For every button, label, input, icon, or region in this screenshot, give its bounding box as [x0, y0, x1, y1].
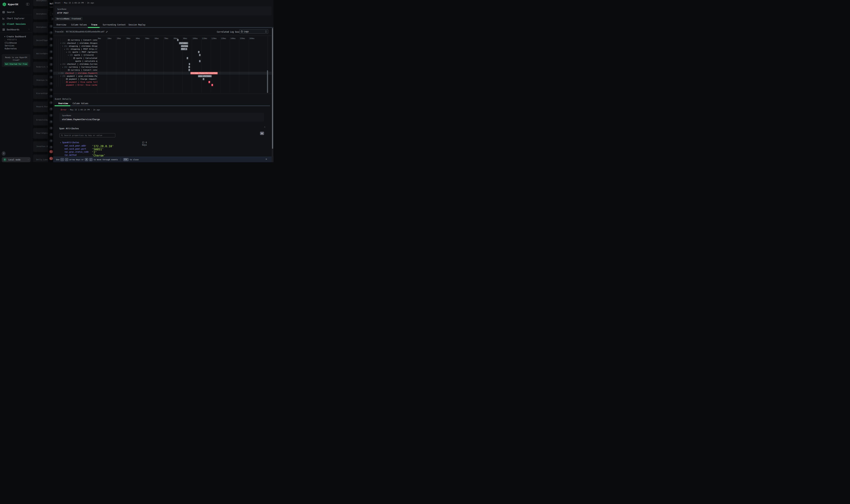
- waterfall-row[interactable]: ∨(1)currency | Currency/ConvertC: [53, 66, 274, 69]
- waterfall-row[interactable]: ∨(2)quote | {closure}{: [53, 54, 274, 56]
- span-bar[interactable]: c: [199, 60, 201, 62]
- span-bar-error[interactable]: oteldemo.PaymentService/Char: [191, 72, 218, 74]
- span-bar[interactable]: C: [188, 69, 190, 71]
- span-tree-label[interactable]: ∨(1)checkout | oteldemo.ShippingSe…: [53, 42, 97, 44]
- tab-column-values[interactable]: Column Values: [71, 23, 87, 26]
- waterfall-row[interactable]: ∨(1)checkout | oteldemo.ShippingSe…oteld…: [53, 42, 274, 44]
- waterfall-row[interactable]: ∨(1)shipping | POST http://quo…POST h: [53, 48, 274, 51]
- chevron-down-icon[interactable]: ∨: [60, 42, 61, 44]
- terminal-event-badge[interactable]: [49, 157, 53, 160]
- tab-surrounding-context[interactable]: Surrounding Context: [103, 23, 126, 26]
- waterfall-row[interactable]: ∨(3)payment | grpc.oteldemo.Paymen…grpc.…: [53, 75, 274, 78]
- span-tree-label[interactable]: currency | Convert convers…: [53, 69, 97, 72]
- span-tree-label[interactable]: ∨(2)quote | {closure}: [53, 54, 97, 56]
- log-source-select[interactable]: Logs: [239, 29, 268, 34]
- location-pin-badge[interactable]: [49, 146, 53, 149]
- waterfall-row[interactable]: ∨(1)checkout | oteldemo.CurrencySe…o: [53, 62, 274, 66]
- span-bar[interactable]: C: [186, 57, 188, 59]
- span-bar[interactable]: grpc.oteldemo.: [198, 75, 212, 77]
- help-button[interactable]: ?: [2, 151, 5, 156]
- chevron-down-icon[interactable]: ∨: [66, 51, 67, 53]
- span-bar[interactable]: P: [198, 51, 199, 53]
- service-chip[interactable]: ServiceName: frontend: [55, 17, 83, 21]
- create-dashboard-button[interactable]: + Create Dashboard: [4, 35, 26, 38]
- tab-session-replay[interactable]: Session Replay: [128, 23, 145, 26]
- presets-header[interactable]: ⌄ PRESETS: [4, 39, 17, 41]
- attribute-value[interactable]: "172.28.0.10": [92, 145, 114, 148]
- span-bar[interactable]: oteldemo.: [179, 42, 188, 44]
- edit-pencil-icon[interactable]: [106, 31, 108, 33]
- sidebar-preset-item[interactable]: Services: [5, 44, 14, 47]
- span-bar-error[interactable]: E: [211, 84, 213, 86]
- sidebar-preset-item[interactable]: Kubernetes: [5, 48, 17, 50]
- location-pin-badge[interactable]: [49, 69, 53, 73]
- span-tree-label[interactable]: ∨(1)shipping | oteldemo.Shipping…: [53, 44, 97, 48]
- sidebar-item-client-sessions[interactable]: Client Sessions: [0, 22, 32, 26]
- tab-trace[interactable]: Trace: [91, 23, 97, 26]
- chevron-down-icon[interactable]: ∨: [62, 45, 63, 47]
- gear-icon[interactable]: ⚙: [260, 132, 264, 135]
- span-tree-label[interactable]: ∨(1)checkout | oteldemo.PaymentServi…: [53, 72, 97, 75]
- location-pin-badge[interactable]: [49, 44, 53, 47]
- session-filter-button[interactable]: H: [51, 17, 53, 20]
- span-bar[interactable]: C: [203, 78, 204, 80]
- chevron-down-icon[interactable]: ∨: [62, 66, 63, 68]
- span-bar[interactable]: C: [177, 39, 179, 41]
- event-tab-column-values[interactable]: Column Values: [73, 102, 88, 105]
- chevron-down-icon[interactable]: ∨: [59, 72, 59, 74]
- sidebar-item-dashboards[interactable]: Dashboards ⌃: [0, 28, 32, 32]
- waterfall-row[interactable]: payment | Error: Visa cache ful…E: [53, 84, 274, 87]
- waterfall-row[interactable]: payment | Visa cache full: c…V: [53, 80, 274, 84]
- span-bar[interactable]: C: [188, 66, 190, 68]
- waterfall-row[interactable]: quote | calculate-quotec: [53, 60, 274, 62]
- location-pin-badge[interactable]: [49, 95, 53, 98]
- attribute-value[interactable]: "2": [92, 151, 97, 154]
- logo[interactable]: ⚡ HyperDX: [2, 2, 18, 6]
- waterfall-row[interactable]: ∨(1)shipping | oteldemo.Shipping…oteldem: [53, 44, 274, 48]
- span-tree-label[interactable]: payment | Visa cache full: c…: [53, 80, 97, 84]
- waterfall-row[interactable]: quote | Calculated q…C: [53, 57, 274, 60]
- location-pin-badge[interactable]: [49, 133, 53, 136]
- attributes-search-input[interactable]: Search properties by key or value: [59, 133, 115, 138]
- span-bar[interactable]: {: [199, 54, 201, 56]
- location-pin-badge[interactable]: [49, 107, 53, 111]
- attribute-key[interactable]: net.sock.peer.port: [65, 148, 86, 150]
- span-tree-label[interactable]: ∨(3)payment | grpc.oteldemo.Paymen…: [53, 75, 97, 78]
- attribute-key[interactable]: rpc.method: [65, 154, 76, 156]
- span-bar[interactable]: o: [189, 63, 190, 65]
- attribute-key[interactable]: rpc.grpc.status_code: [65, 151, 89, 153]
- swap-event-badge[interactable]: [49, 150, 53, 153]
- sidebar-item-chart-explorer[interactable]: Chart Explorer: [0, 16, 32, 21]
- span-tree-label[interactable]: payment | Error: Visa cache ful…: [53, 84, 97, 87]
- trace-waterfall[interactable]: 0ms10ms20ms30ms40ms50ms60ms70ms80ms90ms1…: [53, 36, 274, 93]
- span-tree-label[interactable]: ∨(1)quote | POST /getquote: [53, 51, 97, 54]
- attribute-key[interactable]: net.sock.peer.addr: [65, 145, 86, 147]
- span-bar-error[interactable]: V: [209, 81, 210, 83]
- location-pin-badge[interactable]: [49, 31, 53, 34]
- local-mode-menu[interactable]: U Local mode ›: [2, 157, 31, 162]
- attributes-root-row[interactable]: ▾ SpanAttributes {} 6 keys: [60, 141, 79, 144]
- waterfall-row[interactable]: ∨(1)quote | POST /getquoteP: [53, 51, 274, 54]
- chevron-down-icon[interactable]: ∨: [64, 48, 65, 50]
- sidebar-item-search[interactable]: Search: [0, 10, 32, 15]
- attribute-value[interactable]: "50051": [92, 148, 104, 151]
- span-bar[interactable]: POST h: [181, 48, 187, 50]
- span-tree-label[interactable]: quote | Calculated q…: [53, 57, 97, 60]
- waterfall-row[interactable]: currency | Convert convers…C: [53, 69, 274, 72]
- chevron-down-icon[interactable]: ∨: [68, 54, 69, 56]
- close-icon[interactable]: ✕: [266, 158, 267, 161]
- location-pin-badge[interactable]: [49, 120, 53, 124]
- span-tree-label[interactable]: ∨(1)currency | Currency/Convert: [53, 66, 97, 69]
- span-tree-label[interactable]: currency | Convert convers…: [53, 38, 97, 41]
- waterfall-row[interactable]: ∨(1)checkout | oteldemo.PaymentServi…ote…: [53, 72, 274, 75]
- collapse-section-icon[interactable]: ⌃: [264, 126, 266, 129]
- chevron-down-icon[interactable]: ∨: [60, 75, 61, 77]
- span-bar[interactable]: oteldem: [181, 45, 188, 47]
- tab-overview[interactable]: Overview: [56, 23, 66, 26]
- get-started-button[interactable]: Get Started for Free: [4, 62, 28, 66]
- sidebar-preset-item[interactable]: Clickhouse: [5, 42, 17, 44]
- span-tree-label[interactable]: ∨(1)checkout | oteldemo.CurrencySe…: [53, 62, 97, 66]
- location-pin-badge[interactable]: [49, 82, 53, 85]
- chevron-up-icon[interactable]: ⌃: [29, 29, 30, 31]
- waterfall-row[interactable]: payment | Charge request rec…C: [53, 78, 274, 80]
